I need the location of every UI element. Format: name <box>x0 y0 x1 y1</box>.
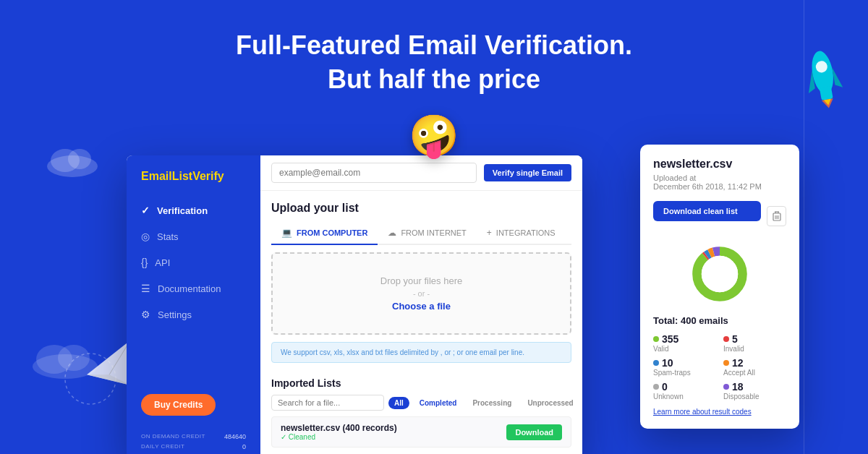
unknown-dot <box>653 384 659 390</box>
sidebar-label-api: API <box>155 257 170 268</box>
stats-icon: ◎ <box>141 231 150 242</box>
settings-icon: ⚙ <box>141 309 150 320</box>
heading-line2: But half the price <box>328 64 540 94</box>
credit-info: ON DEMAND CREDIT 484640 DAILY CREDIT 0 <box>127 432 260 452</box>
sidebar-logo: EmailListVerify <box>127 170 260 197</box>
cloud-left <box>43 145 101 180</box>
list-item-name: newsletter.csv (400 records) <box>281 423 397 433</box>
download-clean-button[interactable]: Download clean list <box>653 201 761 221</box>
svg-marker-2 <box>832 66 843 88</box>
tab-integrations-label: INTEGRATIONS <box>496 228 556 237</box>
stat-unknown: 0 Unknown <box>653 381 716 401</box>
sidebar: EmailListVerify ✓ Verification ◎ Stats {… <box>127 155 260 454</box>
stat-disposable: 18 Disposable <box>723 381 786 401</box>
svg-point-9 <box>68 149 91 169</box>
choose-file-link[interactable]: Choose a file <box>287 301 556 312</box>
imported-lists-section: Imported Lists All Completed Processing … <box>260 370 582 454</box>
daily-value: 0 <box>242 443 246 450</box>
sidebar-label-stats: Stats <box>157 231 179 242</box>
on-demand-value: 484640 <box>224 433 246 440</box>
filter-unprocessed[interactable]: Unprocessed <box>522 397 579 409</box>
emoji-decoration: 🤪 <box>409 112 459 160</box>
tab-internet-label: FROM INTERNET <box>401 228 466 237</box>
stat-valid: 355 Valid <box>653 333 716 353</box>
tab-computer-label: FROM COMPUTER <box>297 228 367 237</box>
heading: Full-Featured Email Verification. But ha… <box>0 29 868 97</box>
buy-credits-button[interactable]: Buy Credits <box>141 394 216 416</box>
stat-acceptall: 12 Accept All <box>723 357 786 377</box>
email-input[interactable] <box>271 163 477 183</box>
verify-email-button[interactable]: Verify single Email <box>484 164 571 181</box>
heading-line1: Full-Featured Email Verification. <box>236 30 632 60</box>
imported-lists-title: Imported Lists <box>271 377 571 389</box>
card-total: Total: 400 emails <box>653 315 786 326</box>
sidebar-label-verification: Verification <box>157 205 208 216</box>
docs-icon: ☰ <box>141 283 150 294</box>
topbar: Verify single Email <box>260 155 582 191</box>
invalid-dot <box>723 336 729 342</box>
tab-from-computer[interactable]: 💻 FROM COMPUTER <box>271 222 378 245</box>
check-icon: ✓ <box>281 433 289 441</box>
stat-invalid: 5 Invalid <box>723 333 786 353</box>
filter-all[interactable]: All <box>388 397 409 409</box>
daily-credit-row: DAILY CREDIT 0 <box>134 442 253 452</box>
logo-accent: Verify <box>192 170 224 182</box>
app-mockup: EmailListVerify ✓ Verification ◎ Stats {… <box>127 155 582 454</box>
list-item: newsletter.csv (400 records) ✓ Cleaned D… <box>271 416 571 447</box>
sidebar-item-documentation[interactable]: ☰ Documentation <box>127 275 260 301</box>
filter-processing[interactable]: Processing <box>467 397 517 409</box>
card-actions: Download clean list <box>653 201 786 231</box>
sidebar-label-docs: Documentation <box>158 283 221 294</box>
api-icon: {} <box>141 257 148 268</box>
logo-main: EmailList <box>141 170 192 182</box>
valid-dot <box>653 336 659 342</box>
sidebar-label-settings: Settings <box>158 309 192 320</box>
daily-label: DAILY CREDIT <box>141 443 184 450</box>
card-title: newsletter.csv <box>653 158 786 171</box>
delete-button[interactable] <box>767 206 786 226</box>
on-demand-label: ON DEMAND CREDIT <box>141 433 205 440</box>
on-demand-credit-row: ON DEMAND CREDIT 484640 <box>134 432 253 442</box>
sidebar-item-settings[interactable]: ⚙ Settings <box>127 301 260 327</box>
sidebar-item-stats[interactable]: ◎ Stats <box>127 223 260 249</box>
filter-completed[interactable]: Completed <box>414 397 463 409</box>
computer-tab-icon: 💻 <box>281 228 292 238</box>
stat-spamtraps: 10 Spam-traps <box>653 357 716 377</box>
svg-point-29 <box>702 256 738 292</box>
list-toolbar: All Completed Processing Unprocessed <box>271 395 571 411</box>
spamtraps-dot <box>653 360 659 366</box>
disposable-dot <box>723 384 729 390</box>
main-content: Verify single Email Upload your list 💻 F… <box>260 155 582 454</box>
upload-title: Upload your list <box>271 202 571 215</box>
download-list-button[interactable]: Download <box>506 424 562 440</box>
tab-from-internet[interactable]: ☁ FROM INTERNET <box>378 222 476 245</box>
upload-tabs: 💻 FROM COMPUTER ☁ FROM INTERNET + INTEGR… <box>271 222 571 245</box>
stats-grid: 355 Valid 5 Invalid 10 Spam-traps 12 Acc… <box>653 333 786 401</box>
svg-rect-4 <box>820 86 833 101</box>
acceptall-dot <box>723 360 729 366</box>
learn-more-link[interactable]: Learn more about result codes <box>653 408 786 416</box>
sidebar-item-api[interactable]: {} API <box>127 249 260 275</box>
header: Full-Featured Email Verification. But ha… <box>0 0 868 97</box>
trash-icon <box>773 211 781 221</box>
list-search-input[interactable] <box>271 395 384 411</box>
integrations-tab-icon: + <box>487 228 492 238</box>
verification-icon: ✓ <box>141 205 150 216</box>
sidebar-item-verification[interactable]: ✓ Verification <box>127 197 260 223</box>
support-text: We support csv, xls, xlsx and txt files … <box>271 342 571 363</box>
or-text: - or - <box>287 289 556 298</box>
drop-text: Drop your files here <box>287 275 556 286</box>
list-item-info: newsletter.csv (400 records) ✓ Cleaned <box>281 423 397 441</box>
card-subtitle: Uploaded atDecember 6th 2018, 11:42 PM <box>653 174 786 191</box>
list-item-badge: ✓ Cleaned <box>281 433 397 441</box>
upload-section: Upload your list 💻 FROM COMPUTER ☁ FROM … <box>260 191 582 370</box>
tab-integrations[interactable]: + INTEGRATIONS <box>477 222 566 245</box>
drop-zone[interactable]: Drop your files here - or - Choose a fil… <box>271 252 571 335</box>
donut-chart <box>653 241 786 307</box>
internet-tab-icon: ☁ <box>388 228 396 238</box>
results-card: newsletter.csv Uploaded atDecember 6th 2… <box>640 145 799 429</box>
